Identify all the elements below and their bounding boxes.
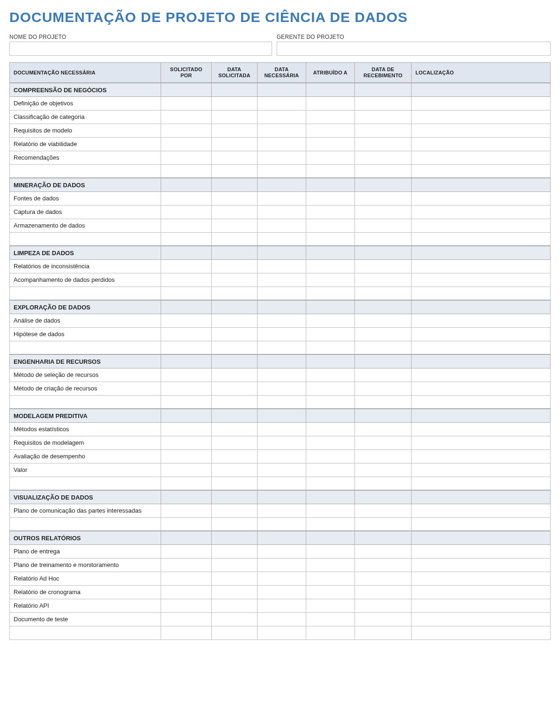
- cell-assignedTo[interactable]: [306, 585, 354, 599]
- cell-assignedTo[interactable]: [306, 273, 354, 287]
- cell-dateNeeded[interactable]: [257, 585, 306, 599]
- cell-doc[interactable]: Documento de teste: [10, 612, 161, 626]
- cell-requestedBy[interactable]: [161, 327, 211, 341]
- cell-requestedBy[interactable]: [161, 504, 211, 517]
- cell-dateReceived[interactable]: [354, 395, 411, 409]
- cell-requestedBy[interactable]: [161, 314, 211, 327]
- cell-requestedBy[interactable]: [161, 259, 211, 273]
- cell-assignedTo[interactable]: [306, 422, 354, 436]
- cell-dateRequested[interactable]: [211, 191, 257, 205]
- cell-dateNeeded[interactable]: [257, 626, 306, 640]
- cell-dateNeeded[interactable]: [257, 314, 306, 327]
- cell-doc[interactable]: Avaliação de desempenho: [10, 449, 161, 463]
- cell-dateRequested[interactable]: [211, 110, 257, 124]
- cell-dateReceived[interactable]: [354, 273, 411, 287]
- project-manager-input[interactable]: [277, 42, 551, 56]
- cell-doc[interactable]: [10, 517, 161, 531]
- cell-requestedBy[interactable]: [161, 422, 211, 436]
- cell-requestedBy[interactable]: [161, 232, 211, 246]
- cell-requestedBy[interactable]: [161, 110, 211, 124]
- cell-requestedBy[interactable]: [161, 219, 211, 232]
- cell-dateRequested[interactable]: [211, 219, 257, 232]
- cell-dateRequested[interactable]: [211, 205, 257, 219]
- cell-dateNeeded[interactable]: [257, 504, 306, 517]
- cell-requestedBy[interactable]: [161, 463, 211, 477]
- cell-dateNeeded[interactable]: [257, 96, 306, 110]
- cell-doc[interactable]: Plano de treinamento e monitoramento: [10, 558, 161, 572]
- cell-requestedBy[interactable]: [161, 368, 211, 382]
- cell-doc[interactable]: Métodos estatísticos: [10, 422, 161, 436]
- cell-doc[interactable]: [10, 164, 161, 178]
- cell-location[interactable]: [412, 517, 551, 531]
- cell-location[interactable]: [412, 572, 551, 585]
- cell-dateRequested[interactable]: [211, 124, 257, 137]
- cell-location[interactable]: [412, 504, 551, 517]
- cell-assignedTo[interactable]: [306, 151, 354, 164]
- cell-dateRequested[interactable]: [211, 422, 257, 436]
- cell-dateReceived[interactable]: [354, 572, 411, 585]
- cell-dateRequested[interactable]: [211, 314, 257, 327]
- cell-assignedTo[interactable]: [306, 395, 354, 409]
- cell-dateNeeded[interactable]: [257, 449, 306, 463]
- cell-dateNeeded[interactable]: [257, 232, 306, 246]
- cell-doc[interactable]: Relatórios de inconsistência: [10, 259, 161, 273]
- cell-location[interactable]: [412, 612, 551, 626]
- cell-doc[interactable]: Acompanhamento de dados perdidos: [10, 273, 161, 287]
- cell-dateRequested[interactable]: [211, 273, 257, 287]
- cell-dateRequested[interactable]: [211, 558, 257, 572]
- cell-location[interactable]: [412, 164, 551, 178]
- cell-requestedBy[interactable]: [161, 341, 211, 354]
- cell-doc[interactable]: Análise de dados: [10, 314, 161, 327]
- cell-dateReceived[interactable]: [354, 137, 411, 151]
- cell-assignedTo[interactable]: [306, 205, 354, 219]
- cell-assignedTo[interactable]: [306, 517, 354, 531]
- cell-dateNeeded[interactable]: [257, 436, 306, 449]
- cell-assignedTo[interactable]: [306, 544, 354, 558]
- cell-dateReceived[interactable]: [354, 422, 411, 436]
- cell-location[interactable]: [412, 599, 551, 612]
- cell-dateRequested[interactable]: [211, 327, 257, 341]
- cell-location[interactable]: [412, 137, 551, 151]
- cell-dateRequested[interactable]: [211, 151, 257, 164]
- cell-dateRequested[interactable]: [211, 395, 257, 409]
- cell-dateReceived[interactable]: [354, 96, 411, 110]
- cell-assignedTo[interactable]: [306, 191, 354, 205]
- cell-dateReceived[interactable]: [354, 259, 411, 273]
- cell-location[interactable]: [412, 273, 551, 287]
- cell-dateReceived[interactable]: [354, 558, 411, 572]
- cell-assignedTo[interactable]: [306, 504, 354, 517]
- cell-doc[interactable]: Armazenamento de dados: [10, 219, 161, 232]
- cell-requestedBy[interactable]: [161, 585, 211, 599]
- cell-dateNeeded[interactable]: [257, 422, 306, 436]
- cell-dateReceived[interactable]: [354, 368, 411, 382]
- cell-doc[interactable]: Relatório de cronograma: [10, 585, 161, 599]
- cell-doc[interactable]: Hipótese de dados: [10, 327, 161, 341]
- cell-requestedBy[interactable]: [161, 382, 211, 395]
- cell-doc[interactable]: Classificação de categoria: [10, 110, 161, 124]
- cell-dateNeeded[interactable]: [257, 368, 306, 382]
- cell-dateRequested[interactable]: [211, 477, 257, 490]
- cell-dateRequested[interactable]: [211, 368, 257, 382]
- cell-requestedBy[interactable]: [161, 517, 211, 531]
- cell-dateNeeded[interactable]: [257, 558, 306, 572]
- cell-dateReceived[interactable]: [354, 477, 411, 490]
- cell-dateRequested[interactable]: [211, 382, 257, 395]
- cell-dateRequested[interactable]: [211, 232, 257, 246]
- cell-dateRequested[interactable]: [211, 287, 257, 300]
- cell-dateNeeded[interactable]: [257, 219, 306, 232]
- cell-location[interactable]: [412, 314, 551, 327]
- cell-location[interactable]: [412, 436, 551, 449]
- cell-doc[interactable]: Plano de comunicação das partes interess…: [10, 504, 161, 517]
- cell-location[interactable]: [412, 626, 551, 640]
- cell-dateRequested[interactable]: [211, 544, 257, 558]
- cell-location[interactable]: [412, 368, 551, 382]
- cell-location[interactable]: [412, 544, 551, 558]
- project-name-input[interactable]: [9, 42, 272, 56]
- cell-location[interactable]: [412, 477, 551, 490]
- cell-assignedTo[interactable]: [306, 219, 354, 232]
- cell-doc[interactable]: [10, 232, 161, 246]
- cell-requestedBy[interactable]: [161, 572, 211, 585]
- cell-dateNeeded[interactable]: [257, 572, 306, 585]
- cell-assignedTo[interactable]: [306, 137, 354, 151]
- cell-assignedTo[interactable]: [306, 259, 354, 273]
